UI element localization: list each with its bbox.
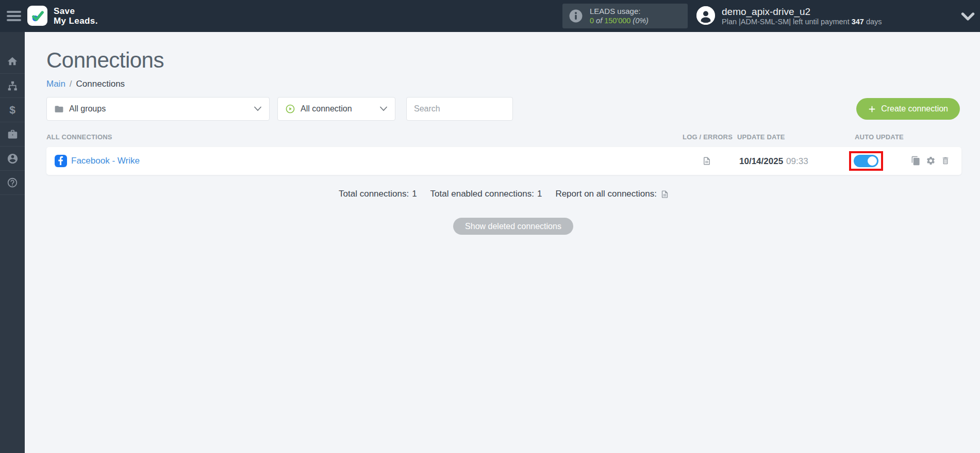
auto-update-toggle[interactable] — [854, 155, 878, 167]
log-errors-icon[interactable] — [702, 156, 711, 166]
leads-usage-label: LEADS usage: — [590, 7, 649, 16]
connection-name-link[interactable]: Facebook - Wrike — [71, 156, 140, 166]
report-all-connections: Report on all connections: — [555, 189, 669, 199]
leads-usage-widget: LEADS usage: 0of150'000(0%) — [562, 4, 688, 28]
filter-row: All groups All connection Create connect… — [46, 97, 960, 121]
sidebar-item-home[interactable] — [0, 50, 25, 74]
gear-icon[interactable] — [926, 156, 936, 166]
logo-checkmark-icon — [27, 6, 47, 26]
update-date: 10/14/202509:33 — [739, 156, 808, 167]
totals-row: Total connections: 1 Total enabled conne… — [46, 189, 961, 199]
report-document-icon[interactable] — [660, 189, 669, 199]
plan-info: Plan |ADM-SML-SM| left until payment 347… — [722, 17, 882, 26]
info-icon — [568, 8, 584, 24]
sidebar-item-services[interactable] — [0, 122, 25, 147]
dollar-icon: $ — [9, 104, 15, 116]
sidebar-item-account[interactable] — [0, 147, 25, 171]
total-enabled-connections: Total enabled connections: 1 — [430, 189, 542, 199]
briefcase-icon — [7, 129, 18, 140]
help-icon — [7, 177, 18, 188]
annotation-highlight-red-box — [849, 151, 883, 171]
avatar — [696, 6, 715, 25]
update-time: 09:33 — [786, 156, 808, 166]
connection-filter-value: All connection — [301, 104, 352, 114]
page-title: Connections — [46, 48, 980, 72]
toggle-knob — [868, 156, 877, 166]
play-circle-icon — [285, 104, 295, 114]
column-header-update-date: UPDATE DATE — [737, 133, 785, 141]
topbar: Save My Leads. LEADS usage: 0of150'000(0… — [0, 0, 980, 32]
breadcrumb-current: Connections — [76, 79, 125, 89]
sitemap-icon — [7, 80, 18, 91]
trash-icon[interactable] — [941, 156, 950, 166]
total-connections: Total connections: 1 — [339, 189, 417, 199]
plus-icon — [868, 105, 876, 113]
groups-filter-dropdown[interactable]: All groups — [46, 97, 270, 121]
account-chevron-down-icon[interactable] — [961, 12, 975, 21]
leads-usage-value: 0of150'000(0%) — [590, 17, 649, 25]
breadcrumb: Main/Connections — [46, 79, 980, 89]
sidebar-item-help[interactable] — [0, 171, 25, 195]
breadcrumb-separator: / — [70, 79, 72, 89]
sidebar-item-connections[interactable] — [0, 74, 25, 98]
hamburger-menu-icon[interactable] — [7, 11, 21, 21]
search-input[interactable] — [406, 97, 513, 121]
groups-filter-value: All groups — [69, 104, 106, 114]
main-content: Connections Main/Connections All groups … — [25, 32, 980, 453]
facebook-icon — [55, 155, 67, 167]
sidebar-item-billing[interactable]: $ — [0, 98, 25, 122]
column-header-log-errors: LOG / ERRORS — [683, 133, 733, 141]
app-logo[interactable]: Save My Leads. — [27, 6, 98, 26]
chevron-down-icon — [379, 106, 388, 111]
breadcrumb-main-link[interactable]: Main — [46, 79, 65, 89]
column-header-all-connections: ALL CONNECTIONS — [46, 133, 112, 141]
logo-text: Save My Leads. — [54, 6, 98, 26]
copy-icon[interactable] — [911, 156, 921, 166]
folder-icon — [54, 104, 64, 114]
sidebar: $ — [0, 32, 25, 453]
column-header-auto-update: AUTO UPDATE — [855, 133, 904, 141]
chevron-down-icon — [254, 106, 262, 111]
connection-filter-dropdown[interactable]: All connection — [277, 97, 395, 121]
username: demo_apix-drive_u2 — [722, 6, 882, 17]
table-header-row: ALL CONNECTIONS LOG / ERRORS UPDATE DATE… — [46, 133, 961, 140]
user-icon — [7, 153, 19, 165]
create-connection-button[interactable]: Create connection — [856, 98, 960, 120]
user-menu[interactable]: demo_apix-drive_u2 Plan |ADM-SML-SM| lef… — [696, 6, 882, 26]
show-deleted-connections-button[interactable]: Show deleted connections — [453, 218, 573, 235]
home-icon — [7, 56, 18, 67]
table-row: Facebook - Wrike 10/14/202509:33 — [46, 147, 961, 175]
row-actions — [911, 156, 950, 166]
